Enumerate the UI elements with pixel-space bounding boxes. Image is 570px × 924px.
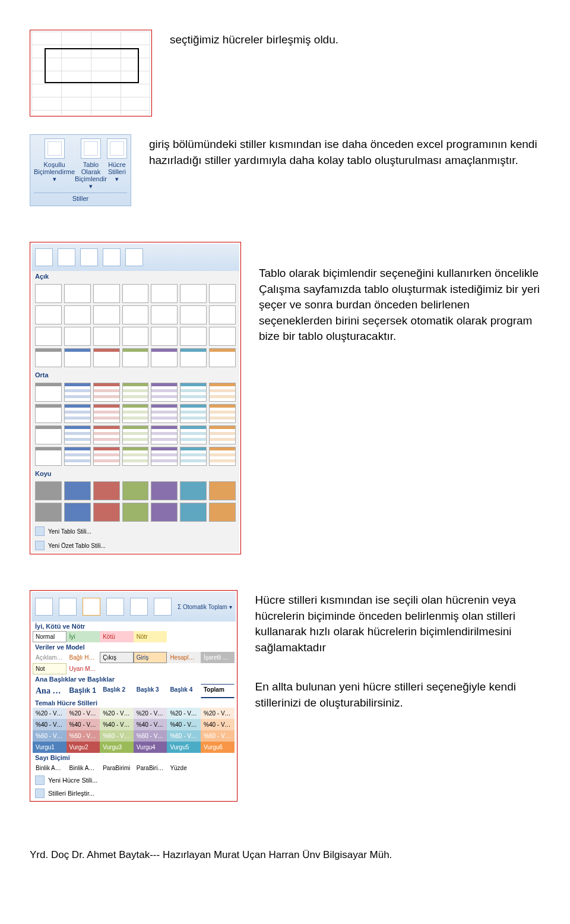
table-style-option[interactable]: [209, 284, 236, 303]
table-style-option[interactable]: [64, 284, 91, 303]
table-style-option[interactable]: [180, 503, 207, 522]
cell-style-option[interactable]: Giriş: [134, 652, 167, 663]
table-style-option[interactable]: [209, 305, 236, 324]
cell-style-option[interactable]: %20 - Vurgu3: [100, 708, 134, 719]
cell-style-option[interactable]: Başlık 3: [134, 684, 167, 698]
cell-style-option[interactable]: %60 - Vurgu1: [33, 730, 66, 742]
cell-style-option[interactable]: Binlik Ayracı: [33, 762, 66, 774]
table-style-option[interactable]: [180, 481, 207, 500]
table-style-option[interactable]: [122, 383, 149, 402]
new-cell-style[interactable]: Yeni Hücre Stili...: [31, 774, 236, 787]
cell-style-option[interactable]: %40 - Vurgu6: [201, 719, 235, 730]
table-style-option[interactable]: [209, 348, 236, 367]
table-style-option[interactable]: [122, 425, 149, 444]
cell-style-option[interactable]: Çıkış: [100, 652, 134, 663]
cell-style-option[interactable]: %40 - Vurgu1: [33, 719, 66, 730]
table-style-option[interactable]: [209, 404, 236, 423]
table-style-option[interactable]: [209, 327, 236, 346]
table-style-option[interactable]: [93, 503, 120, 522]
table-style-option[interactable]: [64, 481, 91, 500]
table-style-option[interactable]: [122, 284, 149, 303]
cell-style-option[interactable]: %20 - Vurgu5: [167, 708, 201, 719]
cell-style-option[interactable]: Nötr: [134, 631, 167, 642]
table-style-option[interactable]: [122, 305, 149, 324]
cell-styles-button[interactable]: Hücre Stilleri ▾: [107, 138, 127, 190]
cell-style-option[interactable]: ParaBirimi [0]: [134, 762, 167, 774]
table-style-option[interactable]: [64, 348, 91, 367]
table-style-option[interactable]: [93, 447, 120, 466]
table-style-option[interactable]: [122, 481, 149, 500]
cell-style-option[interactable]: Vurgu4: [134, 742, 167, 753]
table-style-option[interactable]: [209, 503, 236, 522]
table-style-option[interactable]: [151, 447, 178, 466]
cell-style-option[interactable]: Vurgu2: [66, 742, 100, 753]
table-style-option[interactable]: [35, 383, 62, 402]
table-style-option[interactable]: [35, 481, 62, 500]
table-style-option[interactable]: [93, 305, 120, 324]
cell-style-option[interactable]: Kötü: [100, 631, 134, 642]
cell-style-option[interactable]: %60 - Vurgu6: [201, 730, 235, 742]
cell-style-option[interactable]: %60 - Vurgu3: [100, 730, 134, 742]
table-style-option[interactable]: [93, 425, 120, 444]
table-style-option[interactable]: [64, 305, 91, 324]
table-style-option[interactable]: [151, 425, 178, 444]
table-style-option[interactable]: [180, 327, 207, 346]
table-style-option[interactable]: [35, 503, 62, 522]
table-style-option[interactable]: [180, 447, 207, 466]
table-style-option[interactable]: [209, 425, 236, 444]
format-as-table-button[interactable]: Tablo Olarak Biçimlendir ▾: [75, 138, 107, 190]
cell-style-option[interactable]: Başlık 4: [167, 684, 201, 698]
table-style-option[interactable]: [64, 425, 91, 444]
table-style-option[interactable]: [122, 503, 149, 522]
table-style-option[interactable]: [93, 481, 120, 500]
table-style-option[interactable]: [151, 503, 178, 522]
table-style-option[interactable]: [209, 447, 236, 466]
cell-style-option[interactable]: İşaretli Hücre: [201, 652, 235, 663]
cell-style-option[interactable]: Başlık 2: [100, 684, 134, 698]
table-style-option[interactable]: [64, 327, 91, 346]
cell-style-option[interactable]: %60 - Vurgu5: [167, 730, 201, 742]
cell-style-option[interactable]: Not: [33, 663, 66, 674]
table-style-option[interactable]: [35, 284, 62, 303]
cell-style-option[interactable]: %20 - Vurgu1: [33, 708, 66, 719]
table-style-option[interactable]: [151, 305, 178, 324]
cell-style-option[interactable]: %40 - Vurgu3: [100, 719, 134, 730]
table-style-option[interactable]: [122, 404, 149, 423]
conditional-formatting-button[interactable]: Koşullu Biçimlendirme ▾: [34, 138, 75, 190]
cell-style-option[interactable]: Vurgu3: [100, 742, 134, 753]
table-style-option[interactable]: [64, 503, 91, 522]
cell-style-option[interactable]: %20 - Vurgu2: [66, 708, 100, 719]
cell-style-option[interactable]: Uyarı Metni: [66, 663, 100, 674]
table-style-option[interactable]: [151, 348, 178, 367]
merge-styles[interactable]: Stilleri Birleştir...: [31, 787, 236, 800]
table-style-option[interactable]: [122, 348, 149, 367]
cell-style-option[interactable]: Açıklama Me...: [33, 652, 66, 663]
table-style-option[interactable]: [35, 348, 62, 367]
table-style-option[interactable]: [122, 327, 149, 346]
table-style-option[interactable]: [93, 327, 120, 346]
table-style-option[interactable]: [180, 404, 207, 423]
table-style-option[interactable]: [151, 383, 178, 402]
table-style-option[interactable]: [180, 284, 207, 303]
table-style-option[interactable]: [180, 383, 207, 402]
table-style-option[interactable]: [35, 425, 62, 444]
new-pivot-style[interactable]: Yeni Özet Tablo Stili...: [31, 538, 239, 553]
table-style-option[interactable]: [64, 383, 91, 402]
table-style-option[interactable]: [151, 284, 178, 303]
table-style-option[interactable]: [180, 305, 207, 324]
cell-style-option[interactable]: Vurgu5: [167, 742, 201, 753]
table-style-option[interactable]: [93, 404, 120, 423]
table-style-option[interactable]: [93, 383, 120, 402]
table-style-option[interactable]: [35, 305, 62, 324]
table-style-option[interactable]: [180, 348, 207, 367]
cell-style-option[interactable]: %20 - Vurgu4: [134, 708, 167, 719]
new-table-style[interactable]: Yeni Tablo Stili...: [31, 524, 239, 538]
table-style-option[interactable]: [180, 425, 207, 444]
table-style-option[interactable]: [64, 447, 91, 466]
cell-style-option[interactable]: Başlık 1: [66, 684, 100, 698]
cell-style-option[interactable]: %60 - Vurgu4: [134, 730, 167, 742]
table-style-option[interactable]: [93, 348, 120, 367]
cell-style-option[interactable]: Hesaplama: [167, 652, 201, 663]
cell-style-option[interactable]: Yüzde: [167, 762, 201, 774]
cell-style-option[interactable]: %40 - Vurgu2: [66, 719, 100, 730]
